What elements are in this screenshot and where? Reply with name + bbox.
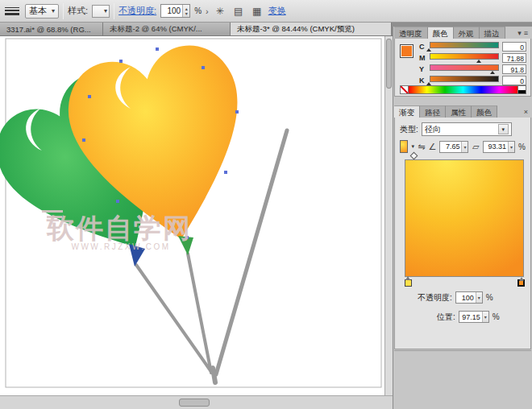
- gradient-stop-left[interactable]: [405, 279, 412, 287]
- chevron-down-icon[interactable]: ▾: [411, 143, 414, 150]
- none-color-swatch[interactable]: [400, 85, 409, 94]
- gradient-position-row: 位置: 97.15 ▾ %: [395, 311, 530, 323]
- opacity-link[interactable]: 不透明度:: [118, 5, 156, 17]
- angle-value: 7.65: [440, 143, 461, 151]
- opacity-label: 不透明度:: [418, 292, 452, 304]
- doc-tab-1[interactable]: 3317.ai* @ 68.8% (RG...: [0, 23, 103, 35]
- percent-sign: %: [194, 6, 202, 15]
- watermark-subtitle: WWW.RJZXW.COM: [71, 242, 170, 251]
- tab-appearance[interactable]: 外观: [454, 27, 480, 39]
- channel-label: C: [419, 43, 426, 51]
- tab-stroke[interactable]: 描边: [480, 27, 505, 39]
- slider-marker[interactable]: [476, 60, 481, 63]
- percent-sign: %: [518, 143, 526, 151]
- channel-row-m: M 71.88: [419, 53, 526, 63]
- slider-marker[interactable]: [426, 48, 431, 52]
- gradient-aspect-input[interactable]: 93.31 ▾: [483, 141, 515, 153]
- channel-row-k: K 0: [419, 76, 526, 85]
- channel-row-y: Y 91.8: [419, 64, 526, 74]
- gradient-stop-right[interactable]: [517, 279, 525, 287]
- gradient-type-value: 径向: [425, 124, 441, 135]
- fill-color-swatch[interactable]: [400, 44, 414, 58]
- aspect-value: 93.31: [484, 143, 508, 151]
- gradient-type-row: 类型: 径向 ▾: [395, 122, 530, 136]
- aspect-ratio-icon: ▱: [472, 140, 480, 153]
- color-spectrum-bar[interactable]: [409, 85, 518, 94]
- toolbar-separator: [63, 3, 64, 19]
- tab-attributes[interactable]: 属性: [446, 105, 472, 118]
- channel-label: K: [419, 76, 426, 85]
- tab-color[interactable]: 颜色: [428, 27, 454, 39]
- stroke-styles-icon[interactable]: [5, 6, 21, 17]
- black-white-swatches[interactable]: [518, 85, 526, 94]
- illustrator-window: 基本 ▾ 样式: ▾ 不透明度: 100 ▴▾ % › ✳ ▤ ▦ 变换 331…: [0, 0, 532, 409]
- spinner-arrows-icon[interactable]: ▾: [476, 292, 482, 303]
- reverse-gradient-icon[interactable]: ⇋: [418, 140, 426, 153]
- gradient-opacity-value: 100: [456, 294, 476, 302]
- channel-value-c[interactable]: 0: [502, 42, 526, 52]
- spinner-arrows-icon[interactable]: ▾: [482, 312, 488, 322]
- gradient-panel-tabs: 渐变 路径 属性 颜色 ×: [394, 105, 531, 118]
- toolbar-separator: [114, 3, 114, 19]
- gradient-panel-body: 类型: 径向 ▾ ▾ ⇋ ∠ 7.65 ▾ ▱: [394, 118, 531, 349]
- channel-value-k[interactable]: 0: [502, 76, 526, 85]
- gradient-midpoint-marker[interactable]: [410, 152, 418, 160]
- opacity-value: 100: [161, 6, 182, 15]
- artboard-canvas[interactable]: 软件自学网 WWW.RJZXW.COM: [0, 36, 384, 395]
- spinner-arrows-icon[interactable]: ▾: [461, 142, 468, 152]
- grid-icon[interactable]: ▦: [250, 4, 264, 19]
- control-bar: 基本 ▾ 样式: ▾ 不透明度: 100 ▴▾ % › ✳ ▤ ▦ 变换: [0, 0, 532, 23]
- channel-slider-c[interactable]: [430, 42, 499, 52]
- percent-sign: %: [493, 312, 500, 321]
- channel-label: M: [419, 54, 426, 62]
- document-setup-icon[interactable]: ▤: [231, 4, 246, 19]
- tab-color2[interactable]: 颜色: [472, 105, 497, 118]
- doc-tab-3-active[interactable]: 未标题-3* @ 84.44% (CMYK/预览): [231, 23, 392, 35]
- doc-tab-2[interactable]: 未标题-2 @ 64% (CMYK/...: [103, 23, 231, 35]
- channel-slider-m[interactable]: [430, 53, 499, 63]
- gradient-opacity-input[interactable]: 100 ▾: [455, 291, 483, 304]
- type-label: 类型:: [400, 124, 418, 135]
- gradient-stop-strip[interactable]: [405, 278, 524, 287]
- spinner-arrows-icon[interactable]: ▾: [508, 142, 514, 152]
- spinner-arrows-icon[interactable]: ▴▾: [182, 5, 189, 17]
- gradient-position-input[interactable]: 97.15 ▾: [459, 311, 489, 323]
- color-spectrum-row: [400, 85, 526, 94]
- vertical-scrollbar-thumb[interactable]: [386, 39, 392, 89]
- basic-appearance-dropdown[interactable]: 基本 ▾: [25, 4, 59, 19]
- transform-link[interactable]: 变换: [268, 5, 286, 17]
- horizontal-scrollbar-thumb[interactable]: [179, 399, 210, 407]
- gradient-opacity-row: 不透明度: 100 ▾ %: [395, 291, 530, 304]
- gradient-options-row: ▾ ⇋ ∠ 7.65 ▾ ▱ 93.31 ▾ %: [395, 140, 530, 153]
- tab-pathfinder[interactable]: 路径: [420, 105, 446, 118]
- symbol-icon[interactable]: ✳: [213, 4, 227, 19]
- panel-close-icon[interactable]: ×: [497, 105, 531, 118]
- vertical-scrollbar[interactable]: [384, 36, 393, 395]
- gradient-swatch[interactable]: [400, 140, 408, 153]
- gradient-type-dropdown[interactable]: 径向 ▾: [422, 122, 512, 136]
- gradient-preview[interactable]: [405, 159, 524, 277]
- panel-dock: 透明度 颜色 外观 描边 ▾≡ C 0 M: [393, 27, 532, 409]
- chevron-down-icon: ▾: [104, 8, 107, 14]
- channel-slider-y[interactable]: [430, 64, 499, 74]
- color-mixer: C 0 M 71.88 Y: [394, 39, 531, 97]
- horizontal-scrollbar[interactable]: [0, 395, 393, 409]
- doc-tab-label: 未标题-2 @ 64% (CMYK/...: [110, 24, 202, 35]
- opacity-input[interactable]: 100 ▴▾: [160, 4, 190, 18]
- channel-slider-k[interactable]: [430, 76, 499, 85]
- position-label: 位置:: [437, 312, 455, 323]
- tab-transparency[interactable]: 透明度: [394, 27, 428, 39]
- chevron-down-icon: ▾: [52, 8, 55, 14]
- style-dropdown[interactable]: ▾: [92, 5, 110, 18]
- channel-label: Y: [419, 65, 426, 73]
- channel-value-m[interactable]: 71.88: [502, 53, 526, 63]
- chevron-right-icon[interactable]: ›: [206, 6, 209, 16]
- tab-gradient[interactable]: 渐变: [394, 105, 420, 118]
- angle-icon: ∠: [429, 140, 437, 153]
- color-panel-group: 透明度 颜色 外观 描边 ▾≡ C 0 M: [394, 27, 531, 97]
- panel-menu-icon[interactable]: ▾≡: [505, 27, 532, 39]
- doc-tab-label: 未标题-3* @ 84.44% (CMYK/预览): [237, 24, 355, 35]
- slider-marker[interactable]: [490, 71, 495, 74]
- channel-value-y[interactable]: 91.8: [502, 64, 526, 74]
- gradient-angle-input[interactable]: 7.65 ▾: [439, 141, 468, 153]
